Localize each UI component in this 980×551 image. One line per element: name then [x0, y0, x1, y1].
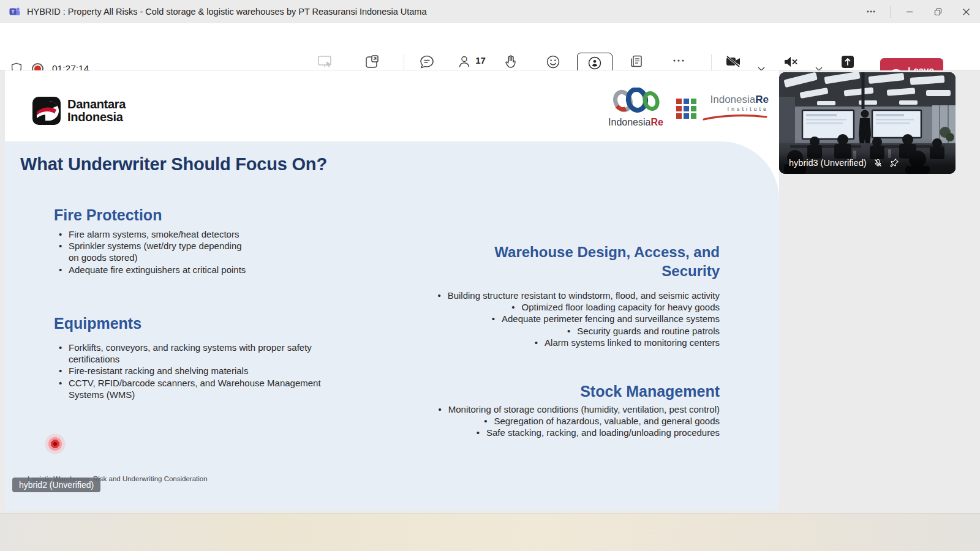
teams-logo-icon: T: [9, 6, 21, 18]
list-item: Fire alarm systems, smoke/heat detectors: [58, 228, 254, 240]
titlebar-separator: [890, 6, 891, 18]
list-item: Fire-resistant racking and shelving mate…: [58, 365, 333, 377]
more-ellipsis-icon: [671, 54, 687, 70]
presenter-name-label: hybrid2 (Unverified): [12, 478, 100, 492]
danantara-logo: Danantara Indonesia: [32, 96, 126, 126]
close-icon: [962, 7, 971, 17]
mic-muted-speaker-icon: [782, 54, 799, 70]
minimize-button[interactable]: [895, 0, 924, 23]
list-item: Safe stacking, racking, and loading/unlo…: [421, 427, 720, 438]
shared-slide: Danantara Indonesia IndonesiaRe: [5, 70, 779, 511]
fire-protection-list: Fire alarm systems, smoke/heat detectors…: [58, 228, 254, 276]
view-icon: [587, 55, 603, 71]
laser-pointer-dot: [43, 432, 67, 456]
meeting-toolbar: 01:27:14 Take control Pop out: [0, 23, 980, 70]
window-titlebar: T HYBRID : Property All Risks - Cold sto…: [0, 0, 980, 23]
teams-meeting-window: T HYBRID : Property All Risks - Cold sto…: [0, 0, 980, 551]
list-item: Adequate fire extinguishers at critical …: [58, 264, 254, 276]
mic-off-icon: [873, 158, 883, 168]
notes-icon: [629, 54, 645, 70]
institute-grid-icon: [676, 99, 696, 119]
titlebar-more-button[interactable]: [857, 0, 885, 23]
slide-title: What Underwriter Should Focus On?: [20, 154, 327, 174]
close-button[interactable]: [952, 0, 980, 23]
meeting-stage: Danantara Indonesia IndonesiaRe: [0, 70, 980, 513]
restore-button[interactable]: [924, 0, 952, 23]
section-heading-fire-protection: Fire Protection: [54, 206, 162, 224]
section-heading-stock-management: Stock Management: [469, 383, 720, 400]
section-heading-equipments: Equipments: [54, 315, 141, 332]
pin-icon[interactable]: [889, 158, 899, 168]
danantara-logo-icon: [32, 96, 61, 126]
list-item: Alarm systems linked to monitoring cente…: [421, 337, 720, 348]
take-control-icon: [317, 54, 334, 70]
list-item: Monitoring of storage conditions (humidi…: [421, 403, 720, 415]
ellipsis-icon: [866, 7, 876, 17]
list-item: CCTV, RFID/barcode scanners, and Warehou…: [58, 377, 333, 400]
raise-hand-icon: [503, 54, 519, 70]
indonesiare-institute-logo: IndonesiaRe Institute: [676, 94, 769, 123]
list-item: Security guards and routine patrols: [421, 325, 720, 337]
list-item: Building structure resistant to windstor…: [421, 290, 720, 301]
indonesiare-logo-text: IndonesiaRe: [606, 117, 665, 128]
people-count: 17: [475, 55, 486, 66]
participant-video-tile[interactable]: hybrid3 (Unverified): [779, 72, 956, 174]
restore-icon: [933, 7, 943, 17]
svg-text:T: T: [11, 9, 15, 15]
section-heading-warehouse-design: Warehouse Design, Access, and Security: [469, 242, 720, 280]
indonesiare-logo: IndonesiaRe: [606, 88, 665, 128]
minimize-icon: [905, 7, 914, 16]
stock-management-list: Monitoring of storage conditions (humidi…: [421, 403, 720, 439]
indonesiare-rings-icon: [606, 88, 665, 114]
danantara-logo-text: Danantara Indonesia: [67, 98, 126, 124]
react-smiley-icon: [545, 54, 561, 70]
participant-name: hybrid3 (Unverified): [789, 158, 867, 168]
list-item: Optimized floor loading capacity for hea…: [421, 301, 720, 313]
window-title: HYBRID : Property All Risks - Cold stora…: [27, 7, 427, 17]
warehouse-design-list: Building structure resistant to windstor…: [421, 290, 720, 348]
list-item: Adequate perimeter fencing and surveilla…: [421, 313, 720, 324]
camera-off-icon: [725, 54, 743, 70]
pop-out-icon: [364, 54, 380, 70]
institute-logo-text: IndonesiaRe Institute: [701, 94, 769, 123]
list-item: Sprinkler systems (wet/dry type dependin…: [58, 240, 254, 263]
people-icon: [458, 54, 473, 70]
share-icon: [840, 54, 856, 70]
list-item: Forklifts, conveyors, and racking system…: [58, 342, 333, 365]
video-tile-label-bar: hybrid3 (Unverified): [779, 152, 956, 174]
list-item: Segregation of hazardous, valuable, and …: [421, 415, 720, 427]
windows-taskbar: 2 Search: [0, 513, 980, 551]
chat-icon: [419, 54, 435, 70]
equipments-list: Forklifts, conveyors, and racking system…: [58, 342, 333, 400]
institute-swoosh-icon: [701, 114, 769, 121]
